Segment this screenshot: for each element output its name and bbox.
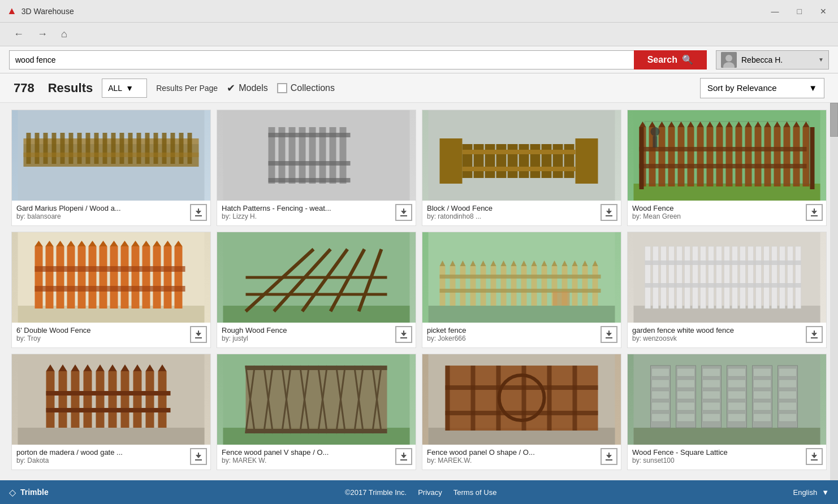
svg-rect-327 [779,391,797,399]
model-card[interactable]: Block / Wood Fence by: ratondinho8 ... [422,110,621,226]
svg-rect-69 [659,127,666,186]
svg-rect-302 [677,380,695,388]
svg-rect-272 [246,366,387,370]
download-button[interactable] [601,326,617,343]
scrollbar-track[interactable] [830,103,838,480]
download-button[interactable] [601,448,617,465]
svg-rect-301 [677,368,695,376]
footer-terms-link[interactable]: Terms of Use [453,488,497,497]
svg-rect-91 [764,127,771,186]
title-bar-controls: — □ ✕ [767,5,831,18]
model-card[interactable]: 6' Double Wood Fence by: Troy [11,232,211,348]
svg-rect-236 [96,371,105,428]
svg-rect-165 [460,266,466,306]
download-button[interactable] [806,204,823,221]
model-author: by: sunset100 [632,457,806,464]
model-author: by: Lizzy H. [222,212,395,220]
svg-rect-207 [693,246,698,309]
results-label: Results [48,81,93,95]
svg-rect-130 [121,246,129,309]
svg-rect-163 [450,266,456,306]
download-button[interactable] [806,326,823,343]
app-logo: ▲ [7,5,17,17]
svg-rect-49 [474,144,484,178]
model-card[interactable]: porton de madera / wood gate ... by: Dak… [11,354,211,470]
svg-rect-52 [508,144,518,178]
svg-rect-194 [440,289,601,293]
model-card[interactable]: Wood Fence by: Mean Green [627,110,827,226]
svg-rect-19 [137,133,141,164]
model-card[interactable]: Wood Fence - Square Lattice by: sunset10… [627,354,827,470]
svg-rect-48 [463,144,473,178]
svg-rect-167 [470,266,476,306]
model-card[interactable]: Fence wood panel O shape / O... by: MARE… [422,354,621,470]
search-icon: 🔍 [682,54,693,65]
svg-rect-288 [446,411,598,415]
filter-dropdown[interactable]: ALL ▼ [102,79,147,98]
sort-dropdown[interactable]: Sort by Relevance ▼ [700,78,824,98]
download-button[interactable] [601,204,617,221]
back-button[interactable]: ← [9,26,28,42]
svg-rect-97 [793,127,800,186]
svg-rect-20 [145,133,150,164]
svg-rect-23 [171,133,175,164]
svg-rect-136 [153,246,161,309]
svg-rect-204 [669,246,675,309]
model-thumbnail [422,110,621,201]
forward-button[interactable]: → [33,26,52,42]
svg-rect-299 [652,414,669,422]
download-button[interactable] [395,204,412,221]
svg-rect-297 [652,391,669,399]
model-info: porton de madera / wood gate ... by: Dak… [12,445,210,470]
model-name: Wood Fence [632,204,806,212]
download-button[interactable] [395,448,412,465]
svg-rect-71 [668,127,675,186]
model-card[interactable]: picket fence by: Joker666 [422,232,621,348]
svg-rect-109 [811,215,818,216]
svg-rect-210 [716,246,722,309]
minimize-button[interactable]: — [767,5,784,18]
results-per-page-label: Results Per Page [156,84,218,93]
model-grid: Gard Marius Plopeni / Wood a... by: bala… [11,110,827,470]
model-card[interactable]: Fence wood panel V shape / O... by: MARE… [217,354,416,470]
svg-rect-322 [754,402,771,410]
download-button[interactable] [806,448,823,465]
model-card[interactable]: Gard Marius Plopeni / Wood a... by: bala… [11,110,211,226]
download-button[interactable] [190,326,207,343]
svg-rect-10 [61,133,65,164]
footer-privacy-link[interactable]: Privacy [418,488,442,497]
home-button[interactable]: ⌂ [57,26,72,42]
svg-rect-298 [652,402,669,410]
user-avatar [721,52,737,68]
svg-rect-55 [542,144,552,178]
svg-rect-7 [35,133,40,164]
download-button[interactable] [190,204,207,221]
model-card[interactable]: Hatch Patterns - Fencing - weat... by: L… [217,110,416,226]
close-button[interactable]: ✕ [815,5,831,18]
download-button[interactable] [395,326,412,343]
svg-rect-143 [35,286,185,292]
download-button[interactable] [190,448,207,465]
search-input[interactable] [9,50,634,69]
scrollbar-thumb[interactable] [830,103,838,137]
models-checkbox-item[interactable]: ✔ Models [227,82,268,94]
user-dropdown[interactable]: Rebecca H. ▼ [716,50,829,69]
model-author: by: justyl [222,334,395,342]
trimble-logo-icon: ◇ [9,487,16,498]
svg-rect-140 [175,246,183,309]
title-bar: ▲ 3D Warehouse — □ ✕ [0,0,838,23]
svg-rect-8 [44,133,48,164]
svg-rect-214 [748,246,754,309]
model-card[interactable]: garden fence white wood fence by: wenzoo… [627,232,827,348]
collections-checkbox-item[interactable]: Collections [277,83,335,93]
svg-rect-276 [403,453,404,456]
search-button[interactable]: Search 🔍 [634,50,707,69]
model-card[interactable]: Rough Wood Fence by: justyl [217,232,416,348]
svg-rect-296 [652,380,669,388]
svg-rect-54 [530,144,541,178]
svg-rect-225 [814,331,815,334]
svg-rect-81 [716,127,723,186]
maximize-button[interactable]: □ [793,5,806,18]
svg-rect-14 [94,133,99,164]
sort-label: Sort by Relevance [707,83,804,93]
